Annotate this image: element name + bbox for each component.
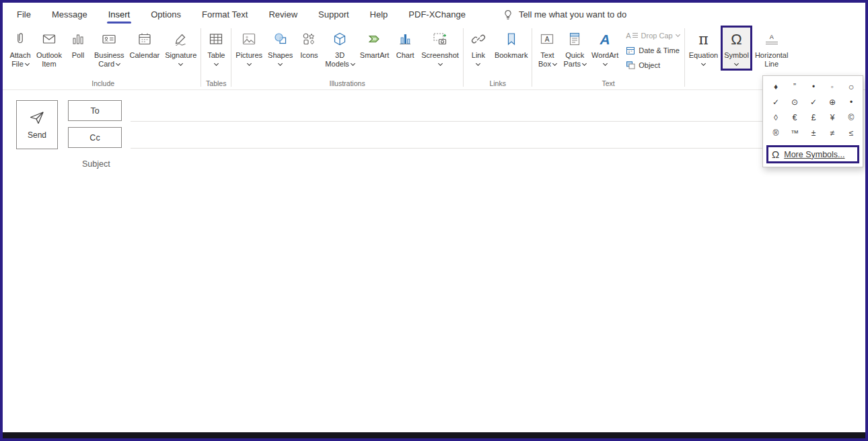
symbol-cell[interactable]: ”: [793, 82, 796, 91]
group-links: Link Bookmark Links: [465, 25, 531, 89]
pictures-button[interactable]: Pictures: [233, 26, 265, 69]
symbol-cell[interactable]: ✓: [810, 97, 817, 107]
business-card-button[interactable]: Business Card: [92, 26, 127, 69]
symbol-cell[interactable]: ◊: [774, 113, 778, 122]
group-label-include: Include: [7, 79, 199, 89]
outlook-item-button[interactable]: Outlook Item: [34, 26, 65, 69]
to-input-line[interactable]: [131, 121, 764, 122]
tab-help[interactable]: Help: [369, 8, 389, 21]
symbol-cell[interactable]: ○: [848, 82, 854, 91]
horizontal-line-icon: A: [766, 34, 778, 44]
symbol-cell[interactable]: ≤: [849, 128, 854, 138]
symbol-cell[interactable]: ¥: [830, 113, 835, 122]
envelope-icon: [40, 28, 58, 50]
symbol-button[interactable]: Ω Symbol: [721, 26, 752, 71]
ribbon-tab-bar: File Message Insert Options Format Text …: [3, 3, 865, 24]
group-divider: [201, 28, 201, 87]
bookmark-label: Bookmark: [495, 51, 528, 60]
tab-options[interactable]: Options: [150, 8, 182, 21]
subject-label[interactable]: Subject: [82, 159, 110, 169]
symbol-cell[interactable]: ±: [811, 128, 816, 138]
outlook-item-label: Outlook: [36, 51, 62, 60]
tab-file[interactable]: File: [16, 8, 32, 21]
attach-file-button[interactable]: Attach File: [7, 26, 34, 69]
tab-review[interactable]: Review: [268, 8, 298, 21]
symbol-cell[interactable]: ®: [773, 128, 779, 138]
text-box-label2: Box: [538, 60, 551, 69]
link-button[interactable]: Link: [465, 26, 492, 69]
attach-file-label: Attach: [9, 51, 30, 60]
symbol-omega-icon: Ω: [731, 35, 742, 44]
symbol-cell[interactable]: ©: [848, 113, 855, 122]
chevron-down-icon: [438, 61, 443, 65]
symbol-cell[interactable]: ✓: [772, 97, 779, 107]
symbol-cell[interactable]: ◦: [831, 82, 834, 91]
symbol-cell[interactable]: ♦: [774, 82, 778, 91]
cube-icon: [331, 28, 349, 50]
poll-button[interactable]: Poll: [65, 26, 92, 60]
shapes-button[interactable]: Shapes: [265, 26, 295, 69]
chevron-down-icon: [734, 61, 739, 65]
symbol-cell[interactable]: £: [811, 113, 816, 122]
to-label: To: [90, 106, 99, 116]
object-button[interactable]: Object: [624, 58, 682, 71]
table-button[interactable]: Table: [203, 26, 229, 69]
calendar-icon: [136, 28, 153, 50]
chart-button[interactable]: Chart: [392, 26, 419, 60]
more-symbols-button[interactable]: Ω More Symbols...: [766, 145, 859, 163]
calendar-label: Calendar: [130, 51, 160, 60]
lightbulb-icon: [503, 9, 513, 20]
drop-cap-icon: A: [626, 32, 637, 40]
icons-label: Icons: [300, 51, 318, 60]
tab-insert[interactable]: Insert: [108, 8, 131, 21]
text-box-button[interactable]: A Text Box: [534, 26, 560, 69]
group-illustrations: Pictures Shapes Icons: [233, 25, 462, 89]
signature-button[interactable]: Signature: [162, 26, 199, 69]
date-time-button[interactable]: Date & Time: [624, 44, 682, 56]
more-symbols-label: More Symbols...: [784, 150, 844, 159]
poll-icon: [70, 28, 86, 50]
symbol-cell[interactable]: ™: [791, 128, 799, 138]
date-time-icon: [626, 46, 635, 55]
horizontal-line-label2: Line: [764, 60, 779, 69]
chevron-down-icon: [351, 61, 355, 65]
cc-button[interactable]: Cc: [68, 127, 122, 148]
bookmark-button[interactable]: Bookmark: [492, 26, 531, 60]
text-box-label: Text: [540, 51, 554, 60]
tab-support[interactable]: Support: [318, 8, 350, 21]
message-body[interactable]: [3, 181, 865, 430]
symbol-cell[interactable]: ⊙: [791, 97, 798, 107]
chevron-down-icon: [278, 61, 283, 65]
tab-message[interactable]: Message: [51, 8, 88, 21]
send-button[interactable]: Send: [16, 100, 58, 149]
symbol-cell[interactable]: ⊕: [829, 97, 836, 107]
group-label-links: Links: [465, 79, 531, 89]
equation-button[interactable]: π Equation: [686, 26, 721, 69]
tab-format-text[interactable]: Format Text: [201, 8, 248, 21]
paper-plane-icon: [29, 110, 45, 125]
paperclip-icon: [13, 28, 28, 50]
quick-parts-icon: [566, 28, 583, 50]
bookmark-icon: [503, 28, 520, 50]
symbol-dropdown-menu: ♦ ” • ◦ ○ ✓ ⊙ ✓ ⊕ • ◊ € £ ¥ © ® ™ ± ≠ ≤ …: [762, 75, 863, 167]
horizontal-line-button[interactable]: A Horizontal Line: [752, 26, 791, 69]
symbol-cell[interactable]: ≠: [830, 128, 835, 138]
symbol-cell[interactable]: €: [793, 113, 797, 122]
recent-symbols-grid: ♦ ” • ◦ ○ ✓ ⊙ ✓ ⊕ • ◊ € £ ¥ © ® ™ ± ≠ ≤: [766, 82, 859, 138]
link-chain-icon: [470, 28, 487, 50]
tell-me-box[interactable]: Tell me what you want to do: [503, 9, 626, 20]
calendar-button[interactable]: Calendar: [127, 26, 163, 60]
icons-button[interactable]: Icons: [295, 26, 322, 60]
symbol-cell[interactable]: •: [850, 97, 853, 107]
tab-pdf-xchange[interactable]: PDF-XChange: [408, 8, 466, 21]
drop-cap-button[interactable]: A Drop Cap: [624, 29, 682, 42]
group-divider: [231, 28, 231, 87]
cc-input-line[interactable]: [131, 148, 764, 149]
symbol-cell[interactable]: •: [812, 82, 815, 91]
to-button[interactable]: To: [68, 100, 122, 121]
wordart-button[interactable]: A WordArt: [589, 26, 621, 69]
quick-parts-button[interactable]: Quick Parts: [560, 26, 589, 69]
screenshot-button[interactable]: Screenshot: [419, 26, 462, 69]
smartart-button[interactable]: SmartArt: [357, 26, 392, 60]
3d-models-button[interactable]: 3D Models: [322, 26, 357, 69]
